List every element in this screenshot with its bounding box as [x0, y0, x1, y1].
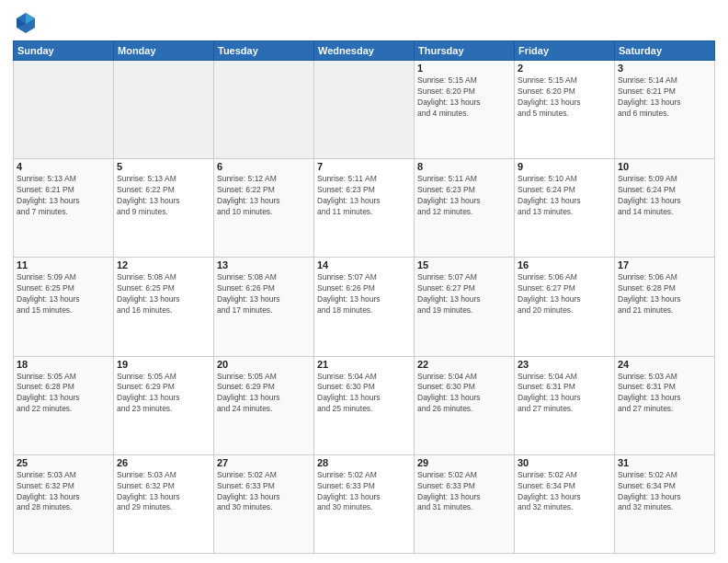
day-cell: 26Sunrise: 5:03 AM Sunset: 6:32 PM Dayli… — [114, 454, 214, 553]
day-cell: 4Sunrise: 5:13 AM Sunset: 6:21 PM Daylig… — [14, 159, 114, 258]
day-info: Sunrise: 5:05 AM Sunset: 6:29 PM Dayligh… — [117, 372, 210, 416]
day-number: 14 — [317, 259, 411, 270]
day-info: Sunrise: 5:03 AM Sunset: 6:32 PM Dayligh… — [17, 470, 110, 514]
day-info: Sunrise: 5:08 AM Sunset: 6:26 PM Dayligh… — [217, 272, 311, 316]
day-cell: 7Sunrise: 5:11 AM Sunset: 6:23 PM Daylig… — [314, 159, 415, 258]
day-cell — [214, 61, 314, 159]
day-info: Sunrise: 5:04 AM Sunset: 6:30 PM Dayligh… — [417, 372, 511, 416]
day-info: Sunrise: 5:02 AM Sunset: 6:34 PM Dayligh… — [618, 470, 711, 514]
day-info: Sunrise: 5:02 AM Sunset: 6:33 PM Dayligh… — [417, 470, 511, 514]
day-number: 28 — [317, 457, 411, 468]
day-cell — [314, 61, 415, 159]
week-row-5: 25Sunrise: 5:03 AM Sunset: 6:32 PM Dayli… — [14, 454, 715, 553]
day-number: 21 — [317, 359, 411, 370]
day-number: 4 — [17, 161, 110, 172]
weekday-sunday: Sunday — [14, 41, 114, 61]
day-info: Sunrise: 5:07 AM Sunset: 6:27 PM Dayligh… — [417, 272, 511, 316]
day-cell: 19Sunrise: 5:05 AM Sunset: 6:29 PM Dayli… — [114, 356, 214, 454]
day-cell: 18Sunrise: 5:05 AM Sunset: 6:28 PM Dayli… — [14, 356, 114, 454]
day-cell: 23Sunrise: 5:04 AM Sunset: 6:31 PM Dayli… — [515, 356, 615, 454]
day-info: Sunrise: 5:08 AM Sunset: 6:25 PM Dayligh… — [117, 272, 210, 316]
day-cell: 9Sunrise: 5:10 AM Sunset: 6:24 PM Daylig… — [515, 159, 615, 258]
day-number: 9 — [518, 161, 611, 172]
week-row-1: 1Sunrise: 5:15 AM Sunset: 6:20 PM Daylig… — [14, 61, 715, 159]
week-row-4: 18Sunrise: 5:05 AM Sunset: 6:28 PM Dayli… — [14, 356, 715, 454]
page: SundayMondayTuesdayWednesdayThursdayFrid… — [0, 0, 728, 563]
day-cell: 21Sunrise: 5:04 AM Sunset: 6:30 PM Dayli… — [314, 356, 415, 454]
day-number: 17 — [618, 259, 711, 270]
day-cell: 15Sunrise: 5:07 AM Sunset: 6:27 PM Dayli… — [415, 258, 515, 356]
day-cell: 16Sunrise: 5:06 AM Sunset: 6:27 PM Dayli… — [515, 258, 615, 356]
day-number: 24 — [618, 359, 711, 370]
day-info: Sunrise: 5:11 AM Sunset: 6:23 PM Dayligh… — [317, 174, 411, 218]
weekday-monday: Monday — [114, 41, 214, 61]
day-cell: 13Sunrise: 5:08 AM Sunset: 6:26 PM Dayli… — [214, 258, 314, 356]
day-number: 11 — [17, 259, 110, 270]
day-number: 31 — [618, 457, 711, 468]
day-cell: 29Sunrise: 5:02 AM Sunset: 6:33 PM Dayli… — [415, 454, 515, 553]
week-row-2: 4Sunrise: 5:13 AM Sunset: 6:21 PM Daylig… — [14, 159, 715, 258]
day-number: 27 — [217, 457, 311, 468]
day-info: Sunrise: 5:04 AM Sunset: 6:31 PM Dayligh… — [518, 372, 611, 416]
day-cell: 30Sunrise: 5:02 AM Sunset: 6:34 PM Dayli… — [515, 454, 615, 553]
day-info: Sunrise: 5:13 AM Sunset: 6:22 PM Dayligh… — [117, 174, 210, 218]
day-info: Sunrise: 5:11 AM Sunset: 6:23 PM Dayligh… — [417, 174, 511, 218]
logo-icon — [13, 9, 39, 35]
week-row-3: 11Sunrise: 5:09 AM Sunset: 6:25 PM Dayli… — [14, 258, 715, 356]
day-cell — [14, 61, 114, 159]
header — [13, 9, 715, 35]
day-info: Sunrise: 5:04 AM Sunset: 6:30 PM Dayligh… — [317, 372, 411, 416]
day-number: 29 — [417, 457, 511, 468]
day-number: 7 — [317, 161, 411, 172]
day-info: Sunrise: 5:02 AM Sunset: 6:34 PM Dayligh… — [518, 470, 611, 514]
day-info: Sunrise: 5:03 AM Sunset: 6:32 PM Dayligh… — [117, 470, 210, 514]
day-number: 22 — [417, 359, 511, 370]
day-cell: 31Sunrise: 5:02 AM Sunset: 6:34 PM Dayli… — [615, 454, 715, 553]
day-info: Sunrise: 5:02 AM Sunset: 6:33 PM Dayligh… — [317, 470, 411, 514]
day-info: Sunrise: 5:05 AM Sunset: 6:29 PM Dayligh… — [217, 372, 311, 416]
day-cell: 5Sunrise: 5:13 AM Sunset: 6:22 PM Daylig… — [114, 159, 214, 258]
day-number: 16 — [518, 259, 611, 270]
day-number: 12 — [117, 259, 210, 270]
day-number: 8 — [417, 161, 511, 172]
day-cell: 10Sunrise: 5:09 AM Sunset: 6:24 PM Dayli… — [615, 159, 715, 258]
day-number: 13 — [217, 259, 311, 270]
day-cell: 27Sunrise: 5:02 AM Sunset: 6:33 PM Dayli… — [214, 454, 314, 553]
day-info: Sunrise: 5:02 AM Sunset: 6:33 PM Dayligh… — [217, 470, 311, 514]
day-cell: 20Sunrise: 5:05 AM Sunset: 6:29 PM Dayli… — [214, 356, 314, 454]
day-number: 30 — [518, 457, 611, 468]
calendar-table: SundayMondayTuesdayWednesdayThursdayFrid… — [13, 40, 715, 554]
day-number: 23 — [518, 359, 611, 370]
day-info: Sunrise: 5:09 AM Sunset: 6:25 PM Dayligh… — [17, 272, 110, 316]
weekday-wednesday: Wednesday — [314, 41, 415, 61]
day-info: Sunrise: 5:06 AM Sunset: 6:28 PM Dayligh… — [618, 272, 711, 316]
weekday-thursday: Thursday — [415, 41, 515, 61]
day-number: 6 — [217, 161, 311, 172]
day-number: 25 — [17, 457, 110, 468]
day-info: Sunrise: 5:15 AM Sunset: 6:20 PM Dayligh… — [417, 75, 511, 120]
weekday-friday: Friday — [515, 41, 615, 61]
day-cell: 17Sunrise: 5:06 AM Sunset: 6:28 PM Dayli… — [615, 258, 715, 356]
day-info: Sunrise: 5:06 AM Sunset: 6:27 PM Dayligh… — [518, 272, 611, 316]
day-info: Sunrise: 5:12 AM Sunset: 6:22 PM Dayligh… — [217, 174, 311, 218]
day-cell: 2Sunrise: 5:15 AM Sunset: 6:20 PM Daylig… — [515, 61, 615, 159]
day-info: Sunrise: 5:15 AM Sunset: 6:20 PM Dayligh… — [518, 75, 611, 120]
day-info: Sunrise: 5:09 AM Sunset: 6:24 PM Dayligh… — [618, 174, 711, 218]
day-number: 18 — [17, 359, 110, 370]
day-cell: 25Sunrise: 5:03 AM Sunset: 6:32 PM Dayli… — [14, 454, 114, 553]
day-cell: 24Sunrise: 5:03 AM Sunset: 6:31 PM Dayli… — [615, 356, 715, 454]
day-cell: 28Sunrise: 5:02 AM Sunset: 6:33 PM Dayli… — [314, 454, 415, 553]
weekday-header-row: SundayMondayTuesdayWednesdayThursdayFrid… — [14, 41, 715, 61]
day-info: Sunrise: 5:03 AM Sunset: 6:31 PM Dayligh… — [618, 372, 711, 416]
day-cell: 3Sunrise: 5:14 AM Sunset: 6:21 PM Daylig… — [615, 61, 715, 159]
day-number: 26 — [117, 457, 210, 468]
day-cell: 6Sunrise: 5:12 AM Sunset: 6:22 PM Daylig… — [214, 159, 314, 258]
weekday-tuesday: Tuesday — [214, 41, 314, 61]
day-cell: 12Sunrise: 5:08 AM Sunset: 6:25 PM Dayli… — [114, 258, 214, 356]
day-cell — [114, 61, 214, 159]
day-info: Sunrise: 5:14 AM Sunset: 6:21 PM Dayligh… — [618, 75, 711, 120]
logo — [13, 9, 42, 35]
weekday-saturday: Saturday — [615, 41, 715, 61]
day-cell: 14Sunrise: 5:07 AM Sunset: 6:26 PM Dayli… — [314, 258, 415, 356]
day-number: 3 — [618, 63, 711, 74]
